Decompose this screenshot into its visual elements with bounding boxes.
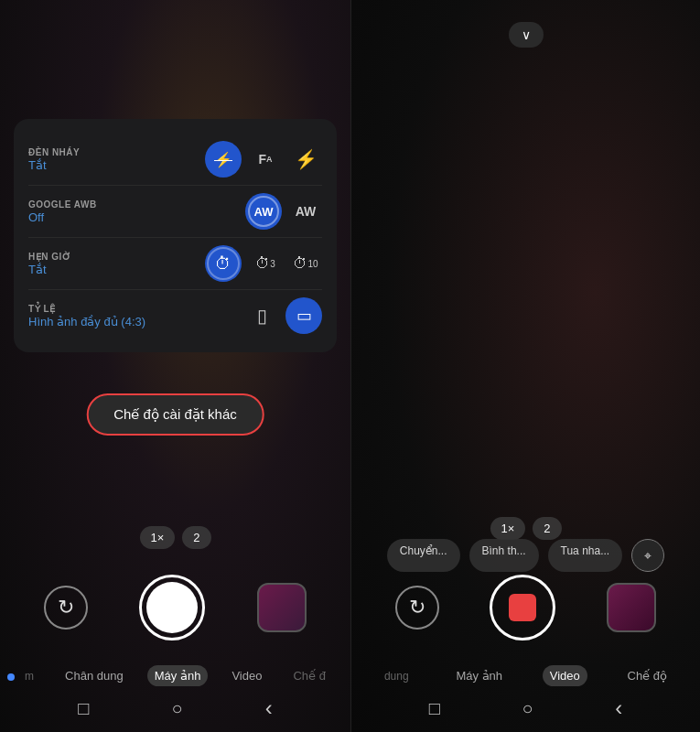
zoom-controls-right: 1× 2 [490,517,561,540]
ratio-tall-icon[interactable]: ▯ [245,299,278,332]
zoom-1x-left[interactable]: 1× [139,526,175,549]
shutter-inner-left [146,582,198,633]
awb-title: GOOGLE AWB [28,199,245,210]
mode-tabs-right: dung Máy ảnh Video Chế độ [351,665,700,686]
mode-tab-video-left[interactable]: Video [224,665,269,686]
rotate-icon-right: ↻ [409,596,425,619]
ratio-setting-row: TỶ LỆ Hình ảnh đầy đủ (4:3) ▯ ▭ [28,290,322,341]
mode-tab-chedo-right[interactable]: Chế độ [620,665,674,686]
flash-value: Tắt [28,158,205,172]
awb-off-icon[interactable]: AW [245,193,282,230]
shutter-button-right[interactable] [490,575,555,640]
mode-tab-mayanh-right[interactable]: Máy ảnh [448,665,510,686]
nav-back-right[interactable]: ‹ [615,695,622,721]
nav-circle-left[interactable]: ○ [171,698,182,719]
zoom-2x-left[interactable]: 2 [182,526,210,549]
timer-icons: ⏱ ⏱3 ⏱10 [205,245,322,282]
mode-tab-m[interactable]: m [17,666,41,686]
blue-dot-indicator [7,673,15,681]
filter-tuanha[interactable]: Tua nha... [548,539,623,572]
filters-row: Chuyển... Bình th... Tua nha... ⌖ [351,539,700,572]
rotate-button-right[interactable]: ↻ [395,586,439,630]
awb-setting-row: GOOGLE AWB Off AW AW [28,186,322,238]
timer-10-icon[interactable]: ⏱10 [289,247,322,280]
right-panel: ∨ 1× 2 Chuyển... Bình th... Tua nha... ⌖… [350,0,700,732]
flash-label: ĐÈN NHÁY Tắt [28,147,205,172]
shutter-button-left[interactable] [139,575,205,640]
awb-label: GOOGLE AWB Off [28,199,245,224]
thumbnail-left[interactable] [257,583,307,632]
ratio-title: TỶ LỆ [28,304,245,314]
mode-tab-dung[interactable]: dung [377,666,416,686]
dropdown-button[interactable]: ∨ [509,22,544,48]
flash-on-icon[interactable]: ⚡ [289,143,322,176]
timer-value: Tắt [28,263,205,276]
ratio-label: TỶ LỆ Hình ảnh đầy đủ (4:3) [28,304,245,328]
ratio-icons: ▯ ▭ [245,297,322,334]
filter-binhth[interactable]: Bình th... [469,539,539,572]
nav-back-left[interactable]: ‹ [265,695,273,721]
settings-card: ĐÈN NHÁY Tắt ⚡ FA ⚡ GOOGLE AWB Off AW [14,119,337,352]
nav-circle-right[interactable]: ○ [522,698,533,719]
timer-title: HẸN GIỜ [28,252,205,262]
nav-square-right[interactable]: □ [429,698,440,719]
more-settings-button[interactable]: Chế độ cài đặt khác [86,393,264,436]
ratio-wide-icon[interactable]: ▭ [285,297,322,334]
awb-icons: AW AW [245,193,322,230]
awb-auto-icon[interactable]: AW [289,195,322,228]
timer-label: HẸN GIỜ Tắt [28,252,205,276]
mode-tab-chandung[interactable]: Chân dung [58,665,131,686]
flash-icons: ⚡ FA ⚡ [205,141,322,178]
ratio-value: Hình ảnh đầy đủ (4:3) [28,315,245,328]
mode-tabs-left: m Chân dung Máy ảnh Video Chế đ [0,665,350,686]
camera-controls-right: ↻ [351,575,700,640]
stabilize-icon[interactable]: ⌖ [631,539,664,572]
nav-bar-left: □ ○ ‹ [0,692,350,725]
flash-setting-row: ĐÈN NHÁY Tắt ⚡ FA ⚡ [28,134,322,186]
flash-auto-icon[interactable]: FA [249,143,282,176]
zoom-1x-right[interactable]: 1× [490,517,525,540]
rotate-button-left[interactable]: ↻ [44,586,88,630]
rotate-icon: ↻ [58,596,74,619]
filter-chuyen[interactable]: Chuyển... [387,539,460,572]
zoom-controls-left: 1× 2 [139,526,210,549]
nav-bar-right: □ ○ ‹ [351,692,700,725]
zoom-2x-right[interactable]: 2 [533,517,561,540]
mode-tab-mayanh[interactable]: Máy ảnh [147,665,209,686]
shutter-video-inner [509,594,536,621]
flash-off-icon[interactable]: ⚡ [205,141,242,178]
timer-off-icon[interactable]: ⏱ [205,245,242,282]
timer-setting-row: HẸN GIỜ Tắt ⏱ ⏱3 ⏱10 [28,238,322,290]
camera-controls-left: ↻ [0,575,350,640]
awb-value: Off [28,210,245,224]
chevron-down-icon: ∨ [522,27,531,42]
left-panel: ĐÈN NHÁY Tắt ⚡ FA ⚡ GOOGLE AWB Off AW [0,0,350,732]
nav-square-left[interactable]: □ [78,698,89,719]
thumbnail-right[interactable] [607,583,656,632]
mode-tab-video-right[interactable]: Video [543,665,587,686]
flash-title: ĐÈN NHÁY [28,147,205,157]
mode-tab-chedo-left[interactable]: Chế đ [285,665,332,686]
timer-3-icon[interactable]: ⏱3 [249,247,282,280]
